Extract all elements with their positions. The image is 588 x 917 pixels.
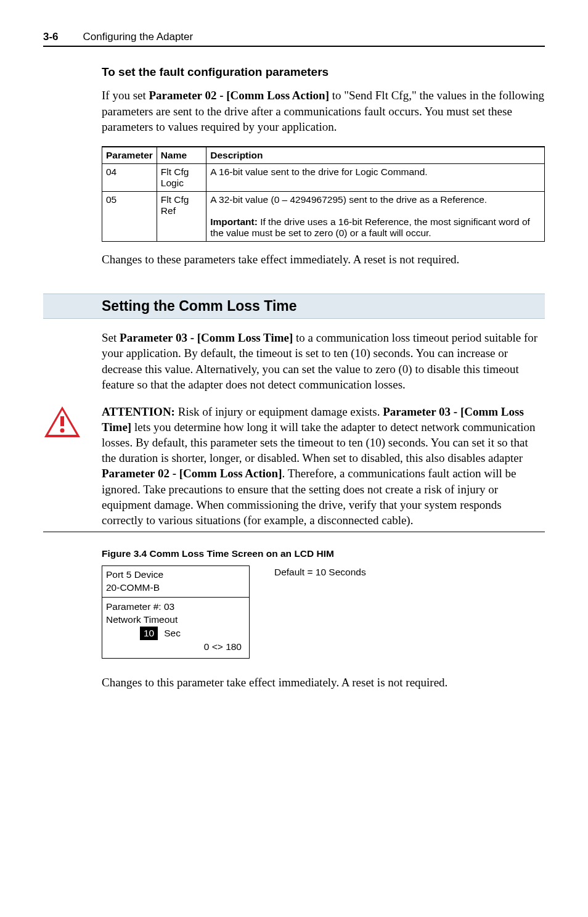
fault-cfg-table: Parameter Name Description 04 Flt Cfg Lo… <box>102 146 545 242</box>
svg-rect-2 <box>60 416 64 426</box>
param-02-bold: Parameter 02 - [Comm Loss Action] <box>149 89 330 102</box>
lcd-line: 20-COMM-B <box>106 582 245 594</box>
col-name: Name <box>157 147 206 164</box>
lcd-line: Network Timeout <box>106 613 245 627</box>
table-header-row: Parameter Name Description <box>102 147 545 164</box>
section-heading-comm-loss: Setting the Comm Loss Time <box>43 294 545 319</box>
text: A 32-bit value (0 – 4294967295) sent to … <box>210 194 487 205</box>
table-row: 05 Flt Cfg Ref A 32-bit value (0 – 42949… <box>102 191 545 241</box>
chapter-title: Configuring the Adapter <box>83 31 194 43</box>
cell: 05 <box>102 191 157 241</box>
figure-caption: Figure 3.4 Comm Loss Time Screen on an L… <box>102 548 545 559</box>
param-02-bold: Parameter 02 - [Comm Loss Action] <box>102 467 282 480</box>
page-number: 3-6 <box>43 31 59 43</box>
comm-loss-intro: Set Parameter 03 - [Comm Loss Time] to a… <box>102 330 545 393</box>
text: If you set <box>102 89 149 102</box>
param-03-bold: Parameter 03 - [Comm Loss Time] <box>120 331 293 344</box>
lcd-block: Port 5 Device 20-COMM-B Parameter #: 03 … <box>102 565 545 659</box>
fault-cfg-intro: If you set Parameter 02 - [Comm Loss Act… <box>102 88 545 135</box>
col-description: Description <box>206 147 545 164</box>
table-row: 04 Flt Cfg Logic A 16-bit value sent to … <box>102 163 545 191</box>
cell: A 32-bit value (0 – 4294967295) sent to … <box>206 191 545 241</box>
lcd-value: 10 <box>140 627 158 640</box>
cell: Flt Cfg Logic <box>157 163 206 191</box>
lcd-bottom: Parameter #: 03 Network Timeout 10 Sec 0… <box>102 598 249 659</box>
lcd-screen: Port 5 Device 20-COMM-B Parameter #: 03 … <box>102 565 250 659</box>
text: Set <box>102 331 120 344</box>
lcd-line: Port 5 Device <box>106 569 245 582</box>
text: Risk of injury or equipment damage exist… <box>175 405 383 418</box>
lcd-unit: Sec <box>164 627 181 640</box>
col-parameter: Parameter <box>102 147 157 164</box>
lcd-side-note: Default = 10 Seconds <box>274 565 366 578</box>
fault-cfg-heading: To set the fault configuration parameter… <box>102 65 545 79</box>
attention-block: ATTENTION: Risk of injury or equipment d… <box>43 404 545 532</box>
comm-loss-outro: Changes to this parameter take effect im… <box>102 675 545 691</box>
text: lets you determine how long it will take… <box>102 421 536 464</box>
lcd-line: Parameter #: 03 <box>106 600 245 614</box>
important-label: Important: <box>210 216 258 227</box>
fault-cfg-outro: Changes to these parameters take effect … <box>102 252 545 268</box>
text: If the drive uses a 16-bit Reference, th… <box>210 216 530 238</box>
lcd-range: 0 <> 180 <box>106 640 245 654</box>
attention-text: ATTENTION: Risk of injury or equipment d… <box>102 404 545 528</box>
attention-icon <box>43 404 102 528</box>
lcd-value-row: 10 Sec <box>106 627 245 640</box>
attention-label: ATTENTION: <box>102 405 175 418</box>
cell: Flt Cfg Ref <box>157 191 206 241</box>
cell: 04 <box>102 163 157 191</box>
cell: A 16-bit value sent to the drive for Log… <box>206 163 545 191</box>
lcd-top: Port 5 Device 20-COMM-B <box>102 566 249 598</box>
svg-point-3 <box>60 429 65 433</box>
page-header: 3-6 Configuring the Adapter <box>43 31 545 47</box>
